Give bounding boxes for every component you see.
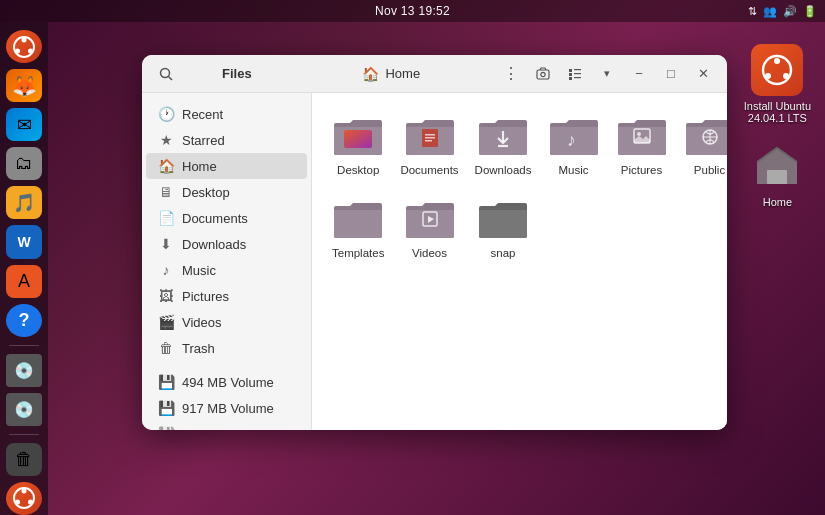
svg-point-16 — [541, 72, 545, 76]
topbar-datetime: Nov 13 19:52 — [375, 4, 450, 18]
dock-item-thunderbird[interactable]: ✉ — [6, 108, 42, 141]
sidebar-trash-label: Trash — [182, 341, 215, 356]
maximize-button[interactable]: □ — [657, 60, 685, 88]
svg-point-13 — [161, 68, 170, 77]
desktop-icon-install-ubuntu[interactable]: Install Ubuntu24.04.1 LTS — [740, 40, 815, 128]
home-folder-icon — [751, 140, 803, 192]
downloads-folder-icon — [477, 115, 529, 159]
view-toggle-button[interactable] — [561, 60, 589, 88]
dock-item-firefox[interactable]: 🦊 — [6, 69, 42, 102]
svg-rect-17 — [569, 69, 572, 72]
camera-button[interactable] — [529, 60, 557, 88]
window-body: 🕐 Recent ★ Starred 🏠 Home 🖥 Desktop 📄 Do… — [142, 93, 727, 430]
folder-item-templates[interactable]: Templates — [328, 192, 388, 265]
svg-point-6 — [15, 500, 20, 505]
sidebar-item-other-locations[interactable]: 💾 Other Locations — [146, 421, 307, 430]
folder-item-pictures[interactable]: Pictures — [612, 109, 672, 182]
dock-item-appcenter[interactable]: A — [6, 265, 42, 298]
svg-point-7 — [28, 500, 33, 505]
sidebar-volume494-label: 494 MB Volume — [182, 375, 274, 390]
music-folder-label: Music — [558, 164, 588, 176]
minimize-button[interactable]: − — [625, 60, 653, 88]
sidebar-volume917-label: 917 MB Volume — [182, 401, 274, 416]
sidebar-item-downloads[interactable]: ⬇ Downloads — [146, 231, 307, 257]
sidebar-item-volume-494[interactable]: 💾 494 MB Volume — [146, 369, 307, 395]
music-sidebar-icon: ♪ — [158, 262, 174, 278]
dock-item-help[interactable]: ? — [6, 304, 42, 337]
close-button[interactable]: ✕ — [689, 60, 717, 88]
sidebar-item-desktop[interactable]: 🖥 Desktop — [146, 179, 307, 205]
overflow-menu-button[interactable]: ⋮ — [497, 60, 525, 88]
network-icon: 👥 — [763, 5, 777, 18]
folder-item-public[interactable]: Public — [680, 109, 728, 182]
downloads-folder-label: Downloads — [475, 164, 532, 176]
dock-item-ubuntu[interactable] — [6, 30, 42, 63]
dock-item-removable2[interactable]: 💿 — [6, 393, 42, 426]
svg-line-14 — [169, 76, 173, 80]
search-button[interactable] — [152, 60, 180, 88]
folder-item-videos[interactable]: Videos — [396, 192, 462, 265]
desktop-folder-icon — [332, 115, 384, 159]
downloads-sidebar-icon: ⬇ — [158, 236, 174, 252]
dock-item-files[interactable]: 🗂 — [6, 147, 42, 180]
home-breadcrumb-icon: 🏠 — [362, 66, 379, 82]
sidebar-other-label: Other Locations — [182, 427, 274, 431]
file-manager-content: Desktop Documents — [312, 93, 727, 430]
search-icon — [159, 67, 173, 81]
sidebar-item-documents[interactable]: 📄 Documents — [146, 205, 307, 231]
videos-folder-icon — [404, 198, 456, 242]
sidebar-pictures-label: Pictures — [182, 289, 229, 304]
svg-rect-18 — [574, 69, 581, 70]
titlebar-title: Files — [188, 66, 286, 81]
folder-item-documents[interactable]: Documents — [396, 109, 462, 182]
thunderbird-icon: ✉ — [17, 114, 32, 136]
other-locations-icon: 💾 — [158, 426, 174, 430]
svg-point-3 — [28, 48, 33, 53]
sidebar-item-trash[interactable]: 🗑 Trash — [146, 335, 307, 361]
svg-text:♪: ♪ — [567, 130, 576, 150]
videos-folder-label: Videos — [412, 247, 447, 259]
sort-button[interactable]: ▾ — [593, 60, 621, 88]
folder-item-snap[interactable]: snap — [471, 192, 536, 265]
sidebar-item-pictures[interactable]: 🖼 Pictures — [146, 283, 307, 309]
sidebar-item-recent[interactable]: 🕐 Recent — [146, 101, 307, 127]
desktop-folder-label: Desktop — [337, 164, 379, 176]
trash-sidebar-icon: 🗑 — [158, 340, 174, 356]
folder-grid: Desktop Documents — [328, 109, 711, 265]
folder-item-downloads[interactable]: Downloads — [471, 109, 536, 182]
svg-rect-19 — [569, 73, 572, 76]
bluetooth-icon: ⇅ — [748, 5, 757, 18]
drive-icon-1: 💿 — [14, 361, 34, 380]
pictures-folder-icon — [616, 115, 668, 159]
svg-rect-15 — [537, 70, 549, 79]
sidebar-item-music[interactable]: ♪ Music — [146, 257, 307, 283]
desktop-icon-home[interactable]: Home — [747, 136, 807, 212]
firefox-icon: 🦊 — [12, 74, 37, 98]
svg-point-2 — [15, 48, 20, 53]
dock-item-libreoffice[interactable]: W — [6, 225, 42, 258]
sidebar-item-starred[interactable]: ★ Starred — [146, 127, 307, 153]
desktop-icons: Install Ubuntu24.04.1 LTS Home — [740, 40, 815, 212]
documents-folder-icon — [404, 115, 456, 159]
help-icon: ? — [19, 310, 30, 331]
dock-item-ubuntu-bottom[interactable] — [6, 482, 42, 515]
dock-item-trash[interactable]: 🗑 — [6, 443, 42, 476]
dock-item-removable1[interactable]: 💿 — [6, 354, 42, 387]
files-title-label: Files — [222, 66, 252, 81]
trash-icon: 🗑 — [15, 449, 33, 470]
sidebar-item-videos[interactable]: 🎬 Videos — [146, 309, 307, 335]
system-tray: ⇅ 👥 🔊 🔋 — [748, 5, 817, 18]
sidebar-downloads-label: Downloads — [182, 237, 246, 252]
folder-item-desktop[interactable]: Desktop — [328, 109, 388, 182]
sidebar-item-volume-917[interactable]: 💾 917 MB Volume — [146, 395, 307, 421]
titlebar-actions: ⋮ ▾ − □ ✕ — [497, 60, 717, 88]
sidebar-recent-label: Recent — [182, 107, 223, 122]
dock-item-rhythmbox[interactable]: 🎵 — [6, 186, 42, 219]
folder-item-music[interactable]: ♪ Music — [544, 109, 604, 182]
svg-point-10 — [765, 73, 771, 79]
home-sidebar-icon: 🏠 — [158, 158, 174, 174]
libreoffice-icon: W — [17, 234, 30, 250]
snap-folder-label: snap — [491, 247, 516, 259]
templates-folder-label: Templates — [332, 247, 384, 259]
sidebar-item-home[interactable]: 🏠 Home — [146, 153, 307, 179]
